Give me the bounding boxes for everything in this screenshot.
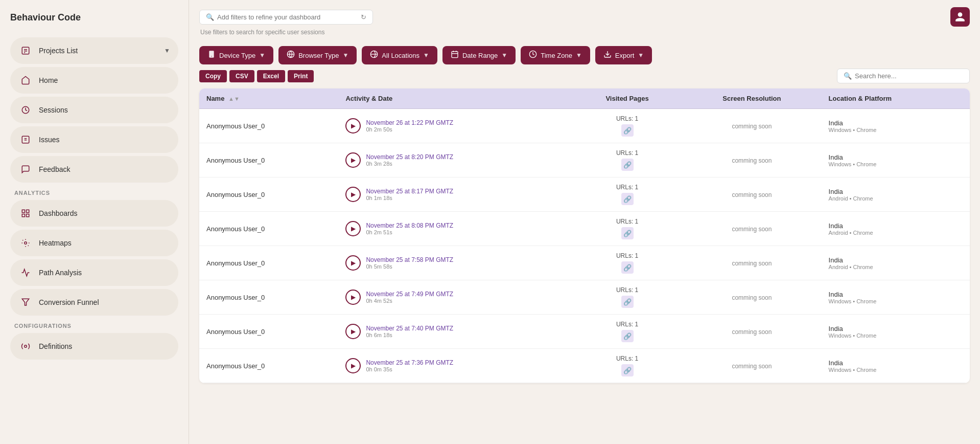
cell-location-3: India Android • Chrome xyxy=(822,212,970,246)
export-buttons-group: CopyCSVExcelPrint xyxy=(199,70,314,82)
cell-resolution-5: comming soon xyxy=(682,280,821,315)
filter-pills-row: Device Type ▼ Browser Type ▼ All Locatio… xyxy=(189,41,980,69)
play-button-4[interactable]: ▶ xyxy=(345,255,361,271)
sidebar-label-feedback: Feedback xyxy=(39,165,70,173)
csv-button[interactable]: CSV xyxy=(229,70,254,82)
activity-duration-2: 0h 1m 18s xyxy=(366,195,453,201)
sidebar-item-feedback[interactable]: Feedback xyxy=(10,156,178,183)
platform-text-4: Android • Chrome xyxy=(829,264,963,270)
sort-icon[interactable]: ▲▼ xyxy=(228,96,240,102)
filter-pill-time-zone[interactable]: Time Zone ▼ xyxy=(521,46,590,64)
cell-resolution-2: comming soon xyxy=(682,177,821,212)
play-button-6[interactable]: ▶ xyxy=(345,324,361,339)
sidebar-item-definitions[interactable]: Definitions xyxy=(10,333,178,360)
urls-label-2: URLs: 1 xyxy=(579,184,675,191)
date-range-filter-icon xyxy=(451,50,459,60)
copy-button[interactable]: Copy xyxy=(199,70,227,82)
feedback-icon xyxy=(18,162,33,176)
table-header-row: Name ▲▼ Activity & Date Visited Pages Sc… xyxy=(199,88,970,109)
print-button[interactable]: Print xyxy=(288,70,314,82)
table-search-input[interactable] xyxy=(855,72,941,80)
cell-activity-0: ▶ November 26 at 1:22 PM GMTZ 0h 2m 50s xyxy=(338,109,572,143)
resolution-text-5: comming soon xyxy=(732,294,772,301)
path-analysis-icon xyxy=(18,265,33,280)
cell-urls-0: URLs: 1 🔗 xyxy=(572,109,682,143)
filter-pill-export[interactable]: Export ▼ xyxy=(595,46,652,64)
link-icon-7[interactable]: 🔗 xyxy=(621,364,634,376)
resolution-text-2: comming soon xyxy=(732,191,772,198)
sidebar-item-issues[interactable]: Issues xyxy=(10,126,178,153)
sidebar-label-conversion-funnel: Conversion Funnel xyxy=(39,298,99,306)
user-avatar[interactable] xyxy=(950,7,970,27)
filter-pill-browser-type[interactable]: Browser Type ▼ xyxy=(278,46,357,64)
cell-name-6: Anonymous User_0 xyxy=(199,315,338,349)
excel-button[interactable]: Excel xyxy=(257,70,285,82)
refresh-icon[interactable]: ↻ xyxy=(361,13,366,21)
play-button-5[interactable]: ▶ xyxy=(345,290,361,305)
col-name: Name ▲▼ xyxy=(199,88,338,109)
cell-resolution-1: comming soon xyxy=(682,143,821,177)
user-name-1: Anonymous User_0 xyxy=(206,157,265,164)
sidebar-item-home[interactable]: Home xyxy=(10,67,178,94)
table-body: Anonymous User_0 ▶ November 26 at 1:22 P… xyxy=(199,109,970,383)
cell-resolution-4: comming soon xyxy=(682,246,821,280)
cell-name-1: Anonymous User_0 xyxy=(199,143,338,177)
filter-pill-date-range[interactable]: Date Range ▼ xyxy=(442,46,516,64)
filter-pill-device-type[interactable]: Device Type ▼ xyxy=(199,46,273,64)
cell-urls-3: URLs: 1 🔗 xyxy=(572,212,682,246)
link-icon-5[interactable]: 🔗 xyxy=(621,296,634,308)
cell-urls-2: URLs: 1 🔗 xyxy=(572,177,682,212)
link-icon-4[interactable]: 🔗 xyxy=(621,261,634,274)
activity-duration-5: 0h 4m 52s xyxy=(366,298,453,304)
all-locations-chevron-icon: ▼ xyxy=(423,52,429,59)
play-button-3[interactable]: ▶ xyxy=(345,221,361,236)
link-icon-6[interactable]: 🔗 xyxy=(621,330,634,342)
sidebar-label-home: Home xyxy=(39,76,58,84)
filter-search-input[interactable] xyxy=(217,13,358,21)
location-name-3: India xyxy=(829,222,963,230)
play-button-7[interactable]: ▶ xyxy=(345,358,361,373)
table-row: Anonymous User_0 ▶ November 25 at 7:36 P… xyxy=(199,349,970,383)
topbar: 🔍 ↻ Use filters to search for specific u… xyxy=(189,0,980,41)
svg-point-16 xyxy=(211,56,212,56)
svg-rect-8 xyxy=(22,210,25,212)
activity-date-5: November 25 at 7:49 PM GMTZ xyxy=(366,291,453,298)
location-name-0: India xyxy=(829,119,963,127)
cell-urls-1: URLs: 1 🔗 xyxy=(572,143,682,177)
filter-pill-all-locations[interactable]: All Locations ▼ xyxy=(362,46,437,64)
table-search-bar[interactable]: 🔍 xyxy=(837,69,970,83)
play-button-1[interactable]: ▶ xyxy=(345,152,361,168)
urls-label-0: URLs: 1 xyxy=(579,115,675,122)
filter-label-date-range: Date Range xyxy=(462,52,498,59)
link-icon-1[interactable]: 🔗 xyxy=(621,159,634,171)
link-icon-0[interactable]: 🔗 xyxy=(621,124,634,137)
location-name-6: India xyxy=(829,325,963,332)
link-icon-2[interactable]: 🔗 xyxy=(621,193,634,205)
analytics-section-label: ANALYTICS xyxy=(14,190,174,196)
platform-text-3: Android • Chrome xyxy=(829,230,963,236)
sidebar-label-dashboards: Dashboards xyxy=(39,209,78,217)
activity-date-0: November 26 at 1:22 PM GMTZ xyxy=(366,119,453,126)
play-button-2[interactable]: ▶ xyxy=(345,187,361,202)
sidebar-item-dashboards[interactable]: Dashboards xyxy=(10,200,178,227)
sidebar-label-projects-list: Projects List xyxy=(39,47,78,55)
sidebar-item-projects-list[interactable]: Projects List ▼ xyxy=(10,37,178,64)
sidebar-analytics-nav: Dashboards Heatmaps Path Analysis Conver… xyxy=(10,200,178,316)
svg-rect-10 xyxy=(22,214,25,217)
play-button-0[interactable]: ▶ xyxy=(345,118,361,134)
location-name-5: India xyxy=(829,291,963,298)
urls-label-5: URLs: 1 xyxy=(579,286,675,294)
sidebar-item-sessions[interactable]: Sessions xyxy=(10,97,178,123)
activity-duration-1: 0h 3m 28s xyxy=(366,161,453,167)
link-icon-3[interactable]: 🔗 xyxy=(621,227,634,239)
svg-point-12 xyxy=(25,242,27,245)
sidebar-config-nav: Definitions xyxy=(10,333,178,360)
sidebar-item-path-analysis[interactable]: Path Analysis xyxy=(10,259,178,286)
sidebar-item-conversion-funnel[interactable]: Conversion Funnel xyxy=(10,289,178,316)
svg-marker-13 xyxy=(22,299,29,305)
activity-duration-4: 0h 5m 58s xyxy=(366,263,453,270)
cell-name-3: Anonymous User_0 xyxy=(199,212,338,246)
sidebar-item-heatmaps[interactable]: Heatmaps xyxy=(10,230,178,256)
table-row: Anonymous User_0 ▶ November 25 at 8:08 P… xyxy=(199,212,970,246)
filter-search-bar[interactable]: 🔍 ↻ xyxy=(199,10,373,25)
